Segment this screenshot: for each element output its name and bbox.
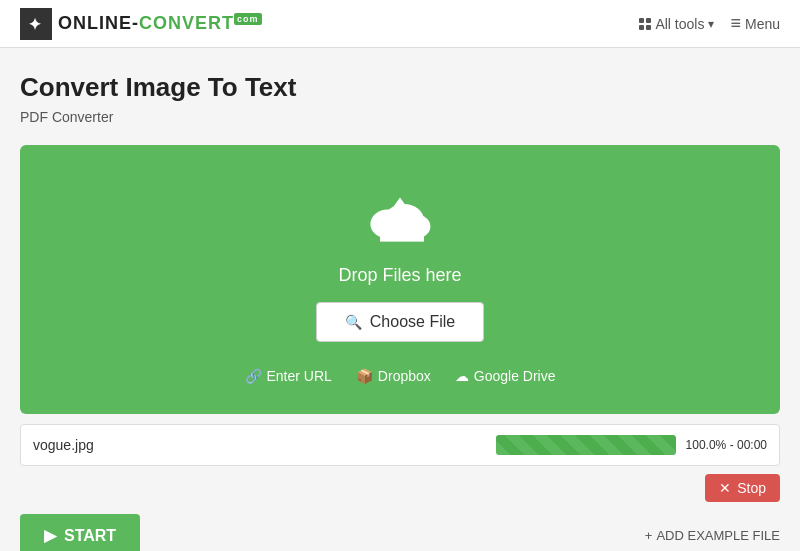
upload-cloud-icon bbox=[360, 185, 440, 255]
main-content: Convert Image To Text PDF Converter Drop… bbox=[0, 48, 800, 551]
enter-url-label: Enter URL bbox=[267, 368, 332, 384]
logo-area: ✦ ONLINE-CONVERTcom bbox=[20, 8, 262, 40]
add-example-link[interactable]: + ADD EXAMPLE FILE bbox=[645, 528, 780, 543]
all-tools-label: All tools bbox=[655, 16, 704, 32]
plus-icon: + bbox=[645, 528, 653, 543]
choose-file-button[interactable]: 🔍 Choose File bbox=[316, 302, 484, 342]
logo-icon: ✦ bbox=[20, 8, 52, 40]
page-subtitle: PDF Converter bbox=[20, 109, 780, 125]
hamburger-icon: ≡ bbox=[730, 13, 741, 34]
play-icon: ▶ bbox=[44, 526, 56, 545]
drop-zone[interactable]: Drop Files here 🔍 Choose File 🔗 Enter UR… bbox=[20, 145, 780, 414]
start-label: START bbox=[64, 527, 116, 545]
progress-text: 100.0% - 00:00 bbox=[686, 438, 767, 452]
logo-badge: com bbox=[234, 13, 262, 25]
google-drive-icon: ☁ bbox=[455, 368, 469, 384]
dropbox-label: Dropbox bbox=[378, 368, 431, 384]
chevron-down-icon: ▾ bbox=[708, 17, 714, 31]
nav-right: All tools ▾ ≡ Menu bbox=[639, 13, 780, 34]
menu-label: Menu bbox=[745, 16, 780, 32]
svg-text:✦: ✦ bbox=[28, 16, 42, 33]
add-example-label: ADD EXAMPLE FILE bbox=[656, 528, 780, 543]
google-drive-label: Google Drive bbox=[474, 368, 556, 384]
progress-bar-fill bbox=[496, 435, 676, 455]
drop-text: Drop Files here bbox=[338, 265, 461, 286]
stop-label: Stop bbox=[737, 480, 766, 496]
dropbox-option[interactable]: 📦 Dropbox bbox=[356, 368, 431, 384]
logo-text: ONLINE-CONVERTcom bbox=[58, 13, 262, 34]
file-row: vogue.jpg 100.0% - 00:00 bbox=[20, 424, 780, 466]
start-button[interactable]: ▶ START bbox=[20, 514, 140, 551]
header: ✦ ONLINE-CONVERTcom All tools ▾ ≡ Menu bbox=[0, 0, 800, 48]
all-tools-button[interactable]: All tools ▾ bbox=[639, 16, 714, 32]
x-icon: ✕ bbox=[719, 480, 731, 496]
enter-url-option[interactable]: 🔗 Enter URL bbox=[245, 368, 332, 384]
file-name: vogue.jpg bbox=[33, 437, 94, 453]
dropbox-icon: 📦 bbox=[356, 368, 373, 384]
choose-file-label: Choose File bbox=[370, 313, 455, 331]
progress-bar-container bbox=[496, 435, 676, 455]
google-drive-option[interactable]: ☁ Google Drive bbox=[455, 368, 556, 384]
file-progress-area: 100.0% - 00:00 bbox=[496, 435, 767, 455]
bottom-row: ▶ START + ADD EXAMPLE FILE bbox=[20, 514, 780, 551]
search-icon: 🔍 bbox=[345, 314, 362, 330]
link-icon: 🔗 bbox=[245, 368, 262, 384]
stop-row: ✕ Stop bbox=[20, 474, 780, 502]
grid-icon bbox=[639, 18, 651, 30]
page-title: Convert Image To Text bbox=[20, 72, 780, 103]
extra-options: 🔗 Enter URL 📦 Dropbox ☁ Google Drive bbox=[245, 368, 556, 384]
stop-button[interactable]: ✕ Stop bbox=[705, 474, 780, 502]
hamburger-menu[interactable]: ≡ Menu bbox=[730, 13, 780, 34]
